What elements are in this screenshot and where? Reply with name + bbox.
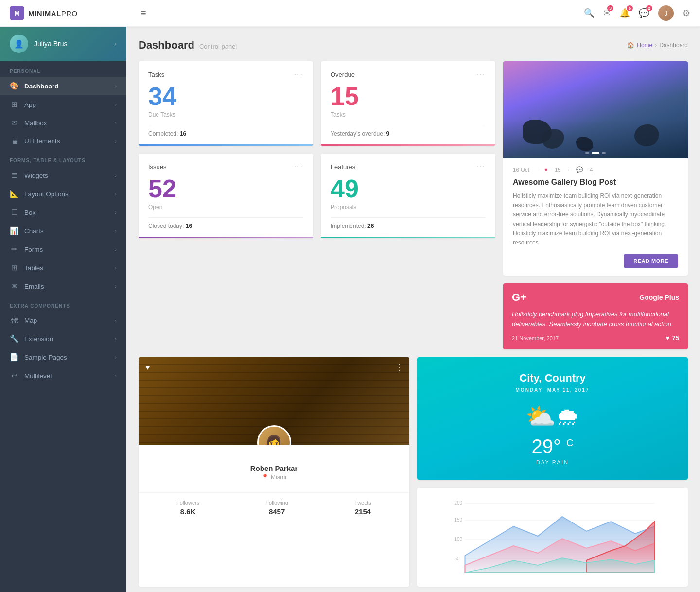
sidebar-item-app[interactable]: ⊞ App › — [0, 95, 126, 114]
sidebar-item-layout-label: Layout Options — [24, 191, 69, 198]
following-label: Following — [265, 500, 288, 505]
issues-footer-label: Closed today: — [148, 223, 184, 229]
sidebar-section-extra: EXTRA COMPONENTS — [0, 296, 126, 312]
sidebar-item-arrow-icon: › — [115, 373, 117, 379]
menu-toggle-icon[interactable]: ≡ — [136, 8, 151, 18]
sidebar-item-layout-options[interactable]: 📐 Layout Options › — [0, 185, 126, 203]
profile-card-menu[interactable]: ⋮ — [395, 362, 404, 373]
sidebar-item-emails[interactable]: ✉ Emails › — [0, 277, 126, 296]
settings-icon[interactable]: ⚙ — [682, 8, 690, 18]
tasks-footer: Completed: 16 — [148, 125, 303, 137]
sidebar-user-name: Juliya Brus — [34, 40, 109, 48]
sidebar-item-dashboard-label: Dashboard — [24, 83, 59, 90]
sidebar-item-multilevel-label: Multilevel — [24, 372, 52, 380]
tasks-bar — [139, 144, 313, 146]
features-card-menu[interactable]: ··· — [476, 162, 486, 171]
blog-dot-sep-2: · — [568, 167, 569, 173]
sidebar-item-box[interactable]: ☐ Box › — [0, 203, 126, 222]
sidebar-user[interactable]: 👤 Juliya Brus › — [0, 27, 126, 61]
email-icon[interactable]: ✉ 3 — [603, 8, 611, 18]
sidebar-section-forms: FORMS, TABLE & LAYOUTS — [0, 150, 126, 166]
tasks-card-header: Tasks ··· — [148, 70, 303, 79]
features-label: Proposals — [331, 204, 486, 210]
issues-card: Issues ··· 52 Open Closed today: 16 — [139, 154, 313, 238]
widgets-icon: ☰ — [10, 171, 18, 180]
sidebar-item-multilevel[interactable]: ↩ Multilevel › — [0, 366, 126, 385]
gplus-logo: G+ — [512, 291, 526, 304]
sidebar-item-arrow-icon: › — [115, 173, 117, 178]
sidebar-item-mailbox-label: Mailbox — [24, 120, 47, 127]
sidebar-item-charts-label: Charts — [24, 227, 44, 235]
blog-image-overlay — [503, 61, 688, 158]
right-column: 16 Oct · ♥ 15 · 💬 4 Awesome Gallery Blog… — [503, 61, 688, 349]
chart-card: 200 150 100 50 — [417, 488, 688, 587]
profile-info: Roben Parkar 📍 Miami — [139, 445, 409, 488]
search-icon[interactable]: 🔍 — [584, 8, 595, 18]
sidebar-item-arrow-icon: › — [115, 354, 117, 360]
rock-4 — [634, 124, 659, 146]
sidebar-item-dashboard[interactable]: 🎨 Dashboard › — [0, 77, 126, 95]
blog-card: 16 Oct · ♥ 15 · 💬 4 Awesome Gallery Blog… — [503, 61, 688, 276]
profile-card: ♥ ⋮ 👩 Roben Parkar 📍 Miami Followers — [139, 357, 409, 587]
multilevel-icon: ↩ — [10, 371, 18, 380]
features-footer-value: 26 — [368, 223, 374, 229]
overdue-card-menu[interactable]: ··· — [476, 70, 486, 79]
issues-card-header: Issues ··· — [148, 162, 303, 171]
header-right: 🔍 ✉ 3 🔔 5 💬 2 J ⚙ — [584, 5, 690, 21]
avatar[interactable]: J — [658, 5, 674, 21]
area-chart: 200 150 100 50 — [427, 497, 678, 575]
profile-location: 📍 Miami — [148, 474, 400, 481]
issues-card-menu[interactable]: ··· — [294, 162, 303, 171]
issues-card-title: Issues — [148, 163, 167, 171]
features-card-title: Features — [331, 163, 355, 171]
sidebar-item-forms[interactable]: ✏ Forms › — [0, 240, 126, 259]
issues-footer: Closed today: 16 — [148, 217, 303, 229]
breadcrumb: 🏠 Home › Dashboard — [627, 42, 688, 49]
extension-icon: 🔧 — [10, 334, 18, 343]
page-title: Dashboard — [139, 39, 194, 52]
sidebar-item-tables[interactable]: ⊞ Tables › — [0, 259, 126, 277]
profile-heart-icon[interactable]: ♥ — [145, 363, 150, 372]
gplus-date: 21 November, 2017 — [512, 335, 559, 341]
page-title-area: Dashboard Control panel — [139, 39, 237, 52]
gplus-brand: Google Plus — [639, 294, 679, 301]
sidebar-item-arrow-icon: › — [115, 102, 117, 107]
dot-3 — [602, 152, 606, 154]
sidebar-item-widgets[interactable]: ☰ Widgets › — [0, 166, 126, 185]
sidebar-user-avatar: 👤 — [10, 35, 28, 53]
issues-footer-value: 16 — [186, 223, 192, 229]
sidebar-item-sample-pages[interactable]: 📄 Sample Pages › — [0, 348, 126, 366]
breadcrumb-separator: › — [655, 42, 657, 49]
tasks-number: 34 — [148, 83, 303, 110]
sidebar-item-ui-elements[interactable]: 🖥 UI Elements › — [0, 132, 126, 150]
blog-title: Awesome Gallery Blog Post — [513, 178, 678, 187]
tasks-footer-value: 16 — [180, 130, 186, 137]
page-subtitle: Control panel — [199, 43, 237, 50]
sidebar-item-mailbox[interactable]: ✉ Mailbox › — [0, 114, 126, 132]
tasks-card-title: Tasks — [148, 71, 164, 78]
gplus-heart-icon: ♥ — [666, 334, 670, 342]
issues-bar — [139, 237, 313, 238]
issues-label: Open — [148, 204, 303, 210]
profile-stat-tweets: Tweets 2154 — [354, 500, 371, 516]
read-more-button[interactable]: READ MORE — [624, 254, 678, 268]
overdue-number: 15 — [331, 83, 486, 110]
overdue-footer-value: 9 — [386, 130, 390, 137]
sidebar-item-extension[interactable]: 🔧 Extension › — [0, 330, 126, 348]
weather-icon: ⛅🌧 — [429, 402, 676, 431]
breadcrumb-home[interactable]: Home — [637, 42, 652, 49]
sidebar-item-charts[interactable]: 📊 Charts › — [0, 222, 126, 240]
notifications-icon[interactable]: 🔔 5 — [619, 8, 630, 18]
tweets-value: 2154 — [354, 507, 371, 516]
tasks-card-menu[interactable]: ··· — [294, 70, 303, 79]
weather-chart-col: City, Country MONDAY May 11, 2017 ⛅🌧 29°… — [417, 357, 688, 587]
sidebar-item-arrow-icon: › — [115, 246, 117, 252]
blog-dots-indicator — [585, 152, 606, 154]
profile-stats: Followers 8.6K Following 8457 Tweets 215… — [139, 492, 409, 523]
blog-meta: 16 Oct · ♥ 15 · 💬 4 — [513, 166, 678, 173]
sidebar-item-map[interactable]: 🗺 Map › — [0, 312, 126, 330]
brand-name: MINIMALPRO — [28, 9, 78, 17]
chat-icon[interactable]: 💬 2 — [639, 8, 649, 18]
ui-elements-icon: 🖥 — [10, 137, 18, 145]
cards-row-top: Tasks ··· 34 Due Tasks Completed: 16 — [139, 61, 495, 146]
